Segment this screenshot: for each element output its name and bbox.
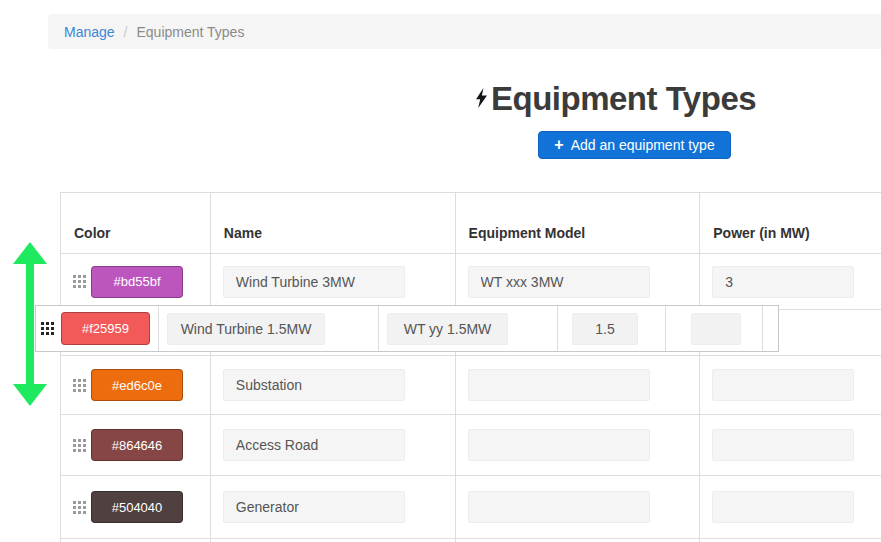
table-row: #bd55bf [61,254,881,310]
power-input[interactable] [712,369,854,401]
name-input[interactable] [223,369,405,401]
power-input[interactable] [572,313,638,345]
drag-handle-icon[interactable] [73,275,86,288]
column-header-power: Power (in MW) [700,193,881,253]
color-cell: #504040 [61,476,211,538]
column-header-name: Name [211,193,456,253]
column-header-model: Equipment Model [456,193,701,253]
add-equipment-type-button[interactable]: + Add an equipment type [538,131,731,159]
table-row: #ed6c0e [61,356,881,415]
add-button-label: Add an equipment type [571,137,715,153]
name-input[interactable] [223,429,405,461]
color-swatch[interactable]: #bd55bf [91,266,183,298]
model-input[interactable] [468,266,650,298]
table-row: #864646 [61,415,881,476]
breadcrumb-separator: / [124,24,128,40]
breadcrumb-link-manage[interactable]: Manage [64,24,115,40]
drag-handle-icon[interactable] [73,501,86,514]
power-input[interactable] [712,266,854,298]
color-cell: #ed6c0e [61,356,211,414]
page-title: Equipment Types [491,80,756,118]
model-input[interactable] [468,491,650,523]
color-cell: #bd55bf [61,254,211,309]
drag-handle-icon[interactable] [73,379,86,392]
breadcrumb-current: Equipment Types [136,24,244,40]
equipment-types-table: Color Name Equipment Model Power (in MW)… [60,192,881,542]
drag-direction-arrow-icon [12,242,48,406]
drag-handle-icon[interactable] [73,439,86,452]
dragged-row[interactable]: #f25959 [35,305,779,352]
column-header-color: Color [61,193,211,253]
color-swatch[interactable]: #f25959 [61,312,150,345]
color-cell: #f25959 [36,306,159,351]
plus-icon: + [554,137,563,153]
table-header-row: Color Name Equipment Model Power (in MW) [61,193,881,254]
name-input[interactable] [223,266,405,298]
color-swatch[interactable]: #ed6c0e [91,369,183,401]
power-input[interactable] [712,429,854,461]
model-input[interactable] [387,313,508,345]
name-input[interactable] [167,313,325,345]
color-swatch[interactable]: #864646 [91,429,183,461]
model-input[interactable] [468,429,650,461]
model-input[interactable] [468,369,650,401]
lightning-bolt-icon [475,88,488,112]
extra-input[interactable] [691,313,741,345]
breadcrumb: Manage / Equipment Types [48,14,881,49]
table-row: #504040 [61,476,881,539]
power-input[interactable] [712,491,854,523]
name-input[interactable] [223,491,405,523]
color-cell: #864646 [61,415,211,475]
color-swatch[interactable]: #504040 [91,491,183,523]
